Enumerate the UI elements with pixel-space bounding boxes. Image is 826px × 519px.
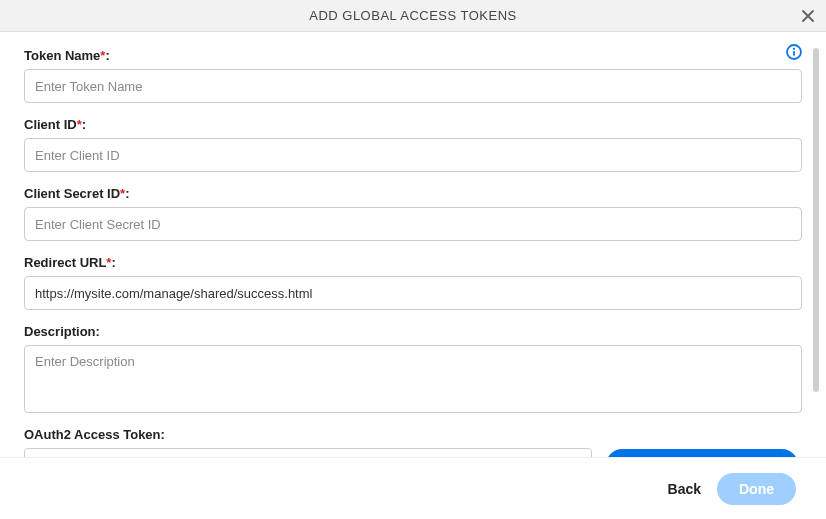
token-name-group: Token Name*: — [24, 46, 802, 103]
client-id-label: Client ID*: — [24, 117, 86, 132]
svg-rect-2 — [793, 51, 795, 56]
token-name-label-text: Token Name — [24, 48, 100, 63]
redirect-url-input[interactable] — [24, 276, 802, 310]
client-secret-id-label: Client Secret ID*: — [24, 186, 130, 201]
client-id-label-text: Client ID — [24, 117, 77, 132]
info-icon — [786, 44, 802, 60]
client-secret-id-group: Client Secret ID*: — [24, 184, 802, 241]
description-input[interactable] — [24, 345, 802, 413]
oauth-token-label: OAuth2 Access Token: — [24, 427, 165, 442]
dialog-footer: Back Done — [0, 457, 826, 519]
redirect-url-label: Redirect URL*: — [24, 255, 116, 270]
client-secret-id-input[interactable] — [24, 207, 802, 241]
done-button[interactable]: Done — [717, 473, 796, 505]
client-secret-id-label-text: Client Secret ID — [24, 186, 120, 201]
close-icon — [800, 8, 816, 24]
dialog-body: Token Name*: Client ID*: Client Secret I… — [0, 32, 826, 494]
client-id-group: Client ID*: — [24, 115, 802, 172]
description-group: Description: — [24, 322, 802, 413]
client-id-input[interactable] — [24, 138, 802, 172]
info-button[interactable] — [786, 44, 802, 64]
token-name-input[interactable] — [24, 69, 802, 103]
back-button[interactable]: Back — [668, 481, 701, 497]
description-label: Description: — [24, 324, 100, 339]
token-name-label: Token Name*: — [24, 48, 110, 63]
close-button[interactable] — [800, 8, 816, 24]
svg-point-1 — [793, 48, 795, 50]
redirect-url-group: Redirect URL*: — [24, 253, 802, 310]
dialog-title: ADD GLOBAL ACCESS TOKENS — [309, 8, 517, 23]
dialog-header: ADD GLOBAL ACCESS TOKENS — [0, 0, 826, 32]
redirect-url-label-text: Redirect URL — [24, 255, 106, 270]
